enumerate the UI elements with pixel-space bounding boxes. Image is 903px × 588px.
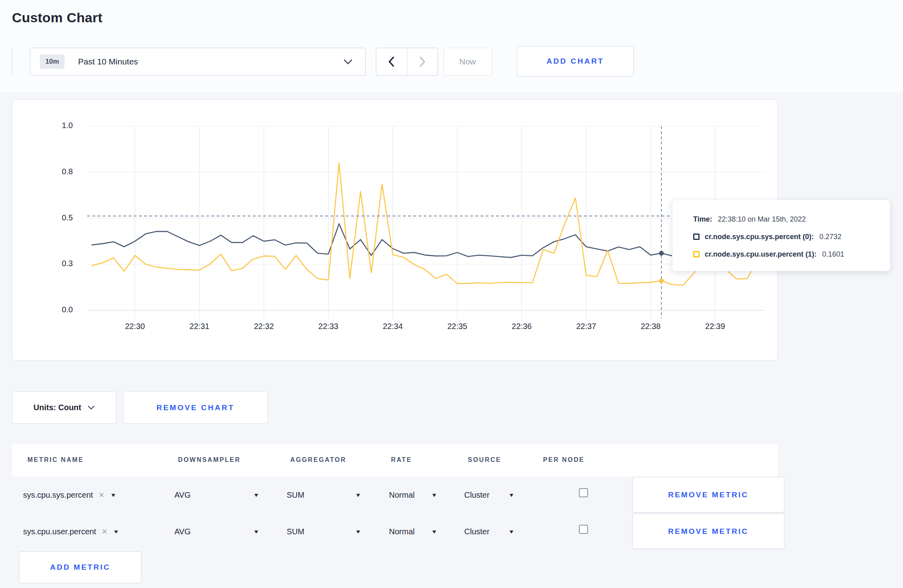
metric-name-value: sys.cpu.sys.percent [23,491,93,500]
downsampler-dropdown[interactable]: AVG ▼ [174,477,259,513]
y-axis-tick-label: 1.0 [40,121,73,130]
column-header-per-node: PER NODE [543,456,584,463]
column-header-rate: RATE [391,456,412,463]
source-value: Cluster [464,527,489,536]
series-swatch-icon [693,251,700,257]
chart-plot[interactable] [76,122,773,345]
downsampler-value: AVG [174,491,191,500]
caret-down-icon: ▼ [431,529,438,535]
column-header-source: SOURCE [468,456,501,463]
tooltip-series-name: cr.node.sys.cpu.user.percent (1): [705,250,817,259]
rate-dropdown[interactable]: Normal ▼ [389,477,437,513]
time-pager [376,48,438,76]
x-axis-tick-label: 22:36 [498,322,545,331]
caret-down-icon: ▼ [253,492,260,498]
tooltip-series-name: cr.node.sys.cpu.sys.percent (0): [705,233,814,241]
x-axis-tick-label: 22:30 [111,322,159,331]
time-range-badge: 10m [40,55,64,69]
aggregator-dropdown[interactable]: SUM ▼ [287,477,361,513]
x-axis-tick-label: 22:34 [369,322,417,331]
y-axis-tick-label: 0.5 [40,213,73,222]
source-dropdown[interactable]: Cluster ▼ [464,477,514,513]
caret-down-icon: ▼ [113,529,119,535]
units-select[interactable]: Units: Count [12,391,116,424]
aggregator-dropdown[interactable]: SUM ▼ [287,514,361,549]
column-header-aggregator: AGGREGATOR [290,456,346,463]
tooltip-time-row: Time: 22:38:10 on Mar 15th, 2022 [693,210,890,228]
time-range-select[interactable]: 10m Past 10 Minutes [30,48,366,76]
aggregator-value: SUM [287,491,304,500]
x-axis-tick-label: 22:38 [627,322,674,331]
page-title: Custom Chart [12,10,102,25]
units-label: Units: Count [33,403,81,412]
tooltip-series-row: cr.node.sys.cpu.sys.percent (0): 0.2732 [693,228,890,245]
add-chart-button[interactable]: ADD CHART [517,46,634,76]
source-dropdown[interactable]: Cluster ▼ [464,514,514,549]
remove-metric-button[interactable]: REMOVE METRIC [632,477,784,512]
clear-metric-icon[interactable]: × [102,526,107,537]
clear-metric-icon[interactable]: × [99,489,104,500]
tooltip-time-value: 22:38:10 on Mar 15th, 2022 [718,215,806,224]
metric-row: sys.cpu.user.percent × ▼ AVG ▼ SUM ▼ Nor… [12,514,778,549]
caret-down-icon: ▼ [355,492,362,498]
metric-name-dropdown[interactable]: sys.cpu.user.percent × ▼ [23,514,119,549]
caret-down-icon: ▼ [508,492,515,498]
source-value: Cluster [464,491,489,500]
header-background [0,0,903,92]
remove-chart-button[interactable]: REMOVE CHART [123,391,268,424]
caret-down-icon: ▼ [110,492,116,498]
time-range-label: Past 10 Minutes [78,57,138,66]
x-axis-tick-label: 22:35 [433,322,481,331]
metric-name-value: sys.cpu.user.percent [23,527,96,536]
tooltip-series-row: cr.node.sys.cpu.user.percent (1): 0.1601 [693,245,890,263]
chevron-right-icon [419,56,426,67]
add-metric-button[interactable]: ADD METRIC [19,551,141,583]
chart-tooltip: Time: 22:38:10 on Mar 15th, 2022 cr.node… [672,200,890,271]
aggregator-value: SUM [287,527,304,536]
column-header-metric-name: METRIC NAME [27,456,84,463]
custom-chart-page: Custom Chart 10m Past 10 Minutes Now ADD… [0,0,903,588]
per-node-checkbox[interactable] [579,525,588,534]
chevron-left-icon [388,56,395,67]
metrics-table-header: METRIC NAME DOWNSAMPLER AGGREGATOR RATE … [12,444,778,477]
tooltip-series-value: 0.2732 [819,233,841,241]
downsampler-dropdown[interactable]: AVG ▼ [174,514,259,549]
y-axis-tick-label: 0.8 [40,167,73,176]
chevron-down-icon [88,405,95,410]
now-button[interactable]: Now [444,48,492,76]
series-swatch-icon [693,234,700,240]
chevron-down-icon [344,59,352,65]
x-axis-tick-label: 22:31 [176,322,223,331]
prev-range-button[interactable] [376,48,407,75]
column-header-downsampler: DOWNSAMPLER [178,456,240,463]
x-axis-tick-label: 22:32 [240,322,288,331]
tooltip-time-label: Time: [693,215,712,224]
rate-value: Normal [389,491,414,500]
y-axis-tick-label: 0.0 [40,305,73,314]
caret-down-icon: ▼ [508,529,515,535]
remove-metric-button[interactable]: REMOVE METRIC [632,514,784,549]
tooltip-series-value: 0.1601 [822,250,844,259]
metric-row: sys.cpu.sys.percent × ▼ AVG ▼ SUM ▼ Norm… [12,477,778,513]
rate-dropdown[interactable]: Normal ▼ [389,514,437,549]
caret-down-icon: ▼ [431,492,438,498]
y-axis-tick-label: 0.3 [40,259,73,268]
caret-down-icon: ▼ [355,529,362,535]
rate-value: Normal [389,527,414,536]
chart-card: 0.00.30.50.81.022:3022:3122:3222:3322:34… [12,99,778,360]
metric-name-dropdown[interactable]: sys.cpu.sys.percent × ▼ [23,477,116,513]
x-axis-tick-label: 22:39 [691,322,739,331]
toolbar-left-divider [12,48,12,76]
per-node-checkbox[interactable] [579,488,588,497]
caret-down-icon: ▼ [253,529,260,535]
next-range-button[interactable] [407,48,438,75]
x-axis-tick-label: 22:37 [562,322,610,331]
x-axis-tick-label: 22:33 [305,322,352,331]
downsampler-value: AVG [174,527,191,536]
